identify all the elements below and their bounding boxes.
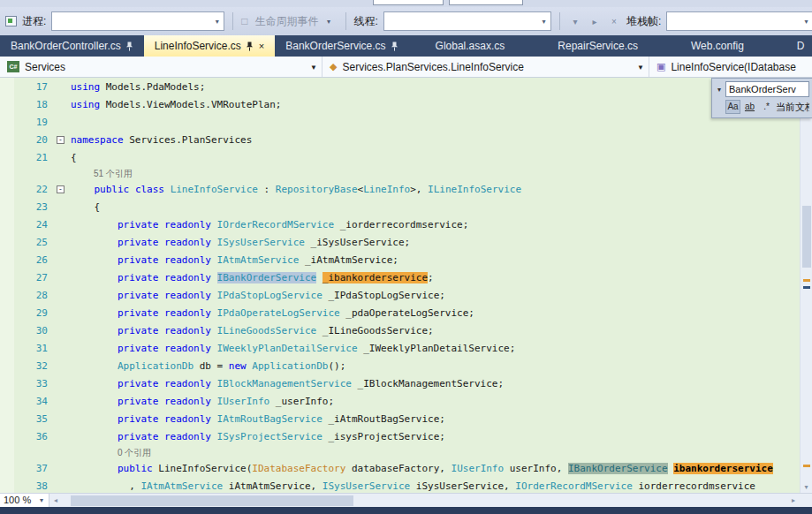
vertical-scrollbar-thumb[interactable] bbox=[802, 206, 811, 268]
dropdown-arrow-icon[interactable]: ▾ bbox=[537, 18, 550, 26]
vertical-scrollbar[interactable]: ▴ ▾ bbox=[800, 78, 812, 493]
editor-line: 17using Models.PdaModels; bbox=[0, 79, 800, 96]
editor-line: 24 private readonly IOrderRecordMService… bbox=[0, 216, 800, 234]
lifecycle-events-label: 生命周期事件 bbox=[255, 14, 319, 29]
code-line-text[interactable]: private readonly IOrderRecordMService _i… bbox=[71, 216, 800, 234]
dropdown-arrow-icon[interactable]: ▾ bbox=[800, 18, 812, 26]
pin-icon[interactable] bbox=[246, 42, 254, 51]
code-line-text[interactable]: private readonly IAtmAtmService _iAtmAtm… bbox=[71, 252, 800, 269]
thread-combobox[interactable]: ▾ bbox=[383, 11, 551, 31]
code-line-text[interactable]: { bbox=[71, 149, 800, 167]
close-icon[interactable]: × bbox=[259, 42, 264, 51]
toolbar-combo-partial[interactable] bbox=[373, 0, 444, 5]
codelens-references[interactable]: 0 个引用 bbox=[71, 446, 151, 460]
line-number: 28 bbox=[0, 287, 53, 305]
horizontal-scrollbar[interactable] bbox=[62, 494, 787, 508]
code-line-text[interactable]: private readonly ILineGoodsService _ILin… bbox=[71, 322, 800, 340]
code-line-text[interactable]: public LineInfoService(IDatabaseFactory … bbox=[71, 460, 800, 478]
code-area[interactable]: 17using Models.PdaModels;18using Models.… bbox=[0, 79, 800, 493]
tab-bankorderservice-cs[interactable]: BankOrderService.cs bbox=[275, 35, 408, 57]
fold-margin bbox=[53, 460, 71, 478]
tab-d[interactable]: D bbox=[770, 35, 812, 57]
code-editor[interactable]: 17using Models.PdaModels;18using Models.… bbox=[0, 78, 812, 493]
navigation-bar: C# Services ▼ ◆ Services.PlanServices.Li… bbox=[0, 57, 812, 78]
match-case-toggle[interactable]: Aa bbox=[725, 100, 740, 114]
fold-margin bbox=[53, 269, 71, 287]
whole-word-icon: ab bbox=[745, 102, 755, 111]
zoom-control[interactable]: 100 % ▾ bbox=[0, 494, 49, 508]
line-number: 29 bbox=[0, 305, 53, 322]
scroll-down-arrow-icon[interactable]: ▾ bbox=[801, 481, 812, 493]
editor-line: 37 public LineInfoService(IDatabaseFacto… bbox=[0, 460, 800, 478]
fold-margin bbox=[53, 199, 71, 216]
code-line-text[interactable]: private readonly IWeeklyPlanDetailServic… bbox=[71, 340, 800, 358]
current-thread-icon[interactable]: ▸ bbox=[588, 17, 602, 26]
line-number: 20 bbox=[0, 132, 53, 149]
line-number: 38 bbox=[0, 478, 53, 493]
line-number: 19 bbox=[0, 114, 53, 132]
toolbar-overflow-strip bbox=[0, 0, 812, 7]
code-line-text[interactable]: using Models.PdaModels; bbox=[71, 79, 800, 96]
type-dropdown[interactable]: ◆ Services.PlanServices.LineInfoService … bbox=[323, 57, 649, 77]
toolbar-combo-partial[interactable] bbox=[449, 0, 523, 5]
threads-filter-icon[interactable]: ▾ bbox=[568, 17, 582, 26]
tab-label: LineInfoService.cs bbox=[155, 40, 241, 52]
dropdown-arrow-icon[interactable]: ▼ bbox=[637, 64, 644, 72]
line-number: 30 bbox=[0, 322, 53, 340]
horizontal-scrollbar-thumb[interactable] bbox=[71, 495, 353, 506]
code-line-text[interactable]: private readonly ISysProjectService _isy… bbox=[71, 428, 800, 446]
tab-bankordercontroller-cs[interactable]: BankOrderController.cs bbox=[0, 35, 144, 57]
code-line-text[interactable]: , IAtmAtmService iAtmAtmService, ISysUse… bbox=[71, 478, 800, 493]
class-icon: ◆ bbox=[330, 62, 337, 72]
code-line-text[interactable]: private readonly IUserInfo _userInfo; bbox=[71, 393, 800, 411]
code-line-text[interactable]: namespace Services.PlanServices bbox=[71, 132, 800, 149]
code-line-text[interactable]: private readonly IPdaOperateLogService _… bbox=[71, 305, 800, 322]
code-line-text[interactable]: using Models.ViewModels.VMRoutePlan; bbox=[71, 96, 800, 114]
code-line-text[interactable]: { bbox=[71, 199, 800, 216]
editor-line: 34 private readonly IUserInfo _userInfo; bbox=[0, 393, 800, 411]
lifecycle-events-dropdown[interactable]: 生命周期事件 ▾ bbox=[254, 14, 338, 29]
editor-line: 26 private readonly IAtmAtmService _iAtm… bbox=[0, 252, 800, 269]
code-line-text[interactable] bbox=[71, 114, 800, 132]
tab-repairservice-cs[interactable]: RepairService.cs bbox=[531, 35, 664, 57]
line-number: 21 bbox=[0, 149, 53, 167]
pin-icon[interactable] bbox=[125, 42, 133, 51]
code-line-text[interactable]: private readonly IAtmRoutBagService _iAt… bbox=[71, 411, 800, 428]
flag-icon[interactable]: × bbox=[607, 17, 621, 26]
scroll-left-arrow-icon[interactable]: ◂ bbox=[49, 496, 62, 504]
project-dropdown[interactable]: C# Services ▼ bbox=[0, 57, 323, 77]
find-scope-dropdown[interactable]: 当前文档 bbox=[776, 101, 809, 114]
tab-global-asax-cs[interactable]: Global.asax.cs bbox=[409, 35, 532, 57]
tab-label: RepairService.cs bbox=[558, 40, 638, 52]
zoom-level: 100 % bbox=[4, 494, 31, 507]
code-line-text[interactable]: private readonly ISysUserService _iSysUs… bbox=[71, 234, 800, 252]
codelens-row: 0 个引用 bbox=[0, 446, 800, 460]
find-search-input[interactable] bbox=[725, 81, 809, 97]
tab-web-config[interactable]: Web.config bbox=[664, 35, 770, 57]
codelens-references[interactable]: 51 个引用 bbox=[71, 167, 133, 181]
dropdown-arrow-icon[interactable]: ▾ bbox=[38, 494, 45, 507]
editor-line: 38 , IAtmAtmService iAtmAtmService, ISys… bbox=[0, 478, 800, 493]
member-dropdown[interactable]: ▣ LineInfoService(IDatabaseFa bbox=[649, 57, 812, 77]
pin-icon[interactable] bbox=[391, 42, 398, 51]
code-line-text[interactable]: private readonly IBlockManagementService… bbox=[71, 375, 800, 393]
process-combobox[interactable]: ▾ bbox=[51, 11, 224, 31]
collapse-box-icon[interactable]: - bbox=[57, 136, 65, 144]
code-line-text[interactable]: ApplicationDb db = new ApplicationDb(); bbox=[71, 358, 800, 375]
dropdown-arrow-icon[interactable]: ▾ bbox=[210, 18, 224, 26]
collapse-box-icon[interactable]: - bbox=[57, 185, 65, 193]
code-line-text[interactable]: public class LineInfoService : Repositor… bbox=[71, 181, 800, 199]
stack-frame-combobox[interactable]: ▾ bbox=[666, 11, 812, 31]
tab-label: BankOrderController.cs bbox=[11, 40, 121, 52]
type-dropdown-label: Services.PlanServices.LineInfoService bbox=[342, 61, 523, 73]
tab-lineinfoservice-cs[interactable]: LineInfoService.cs× bbox=[144, 35, 276, 57]
regex-toggle[interactable]: .* bbox=[759, 100, 774, 114]
fold-margin bbox=[53, 393, 71, 411]
dropdown-arrow-icon[interactable]: ▼ bbox=[310, 64, 317, 72]
code-line-text[interactable]: private readonly IBankOrderService _iban… bbox=[71, 269, 800, 287]
scroll-right-arrow-icon[interactable]: ▸ bbox=[787, 496, 800, 504]
whole-word-toggle[interactable]: ab bbox=[742, 100, 757, 114]
find-expand-chevron-icon[interactable]: ▾ bbox=[715, 86, 724, 94]
editor-line: 35 private readonly IAtmRoutBagService _… bbox=[0, 411, 800, 428]
code-line-text[interactable]: private readonly IPdaStopLogService _IPd… bbox=[71, 287, 800, 305]
